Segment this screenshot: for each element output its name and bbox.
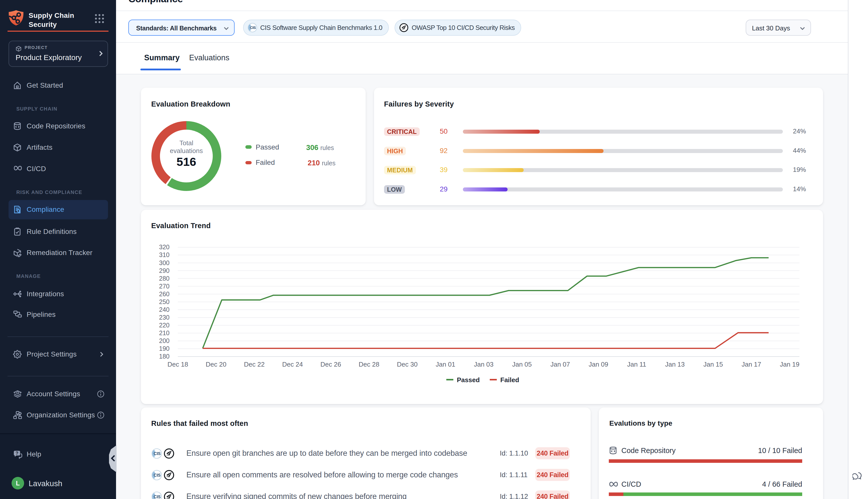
svg-text:Jan 19: Jan 19: [780, 361, 799, 368]
svg-text:300: 300: [159, 259, 170, 266]
svg-text:280: 280: [159, 275, 170, 282]
svg-text:Dec 22: Dec 22: [244, 361, 264, 368]
svg-text:Jan 01: Jan 01: [436, 361, 455, 368]
svg-text:CIS: CIS: [250, 26, 256, 30]
svg-text:190: 190: [159, 345, 170, 352]
svg-text:Dec 30: Dec 30: [397, 361, 418, 368]
svg-text:230: 230: [159, 314, 170, 321]
svg-text:270: 270: [159, 283, 170, 290]
svg-text:Jan 05: Jan 05: [512, 361, 532, 368]
svg-text:200: 200: [159, 337, 170, 344]
svg-text:Jan 11: Jan 11: [627, 361, 646, 368]
svg-text:CIS: CIS: [154, 451, 161, 456]
svg-text:Jan 07: Jan 07: [550, 361, 570, 368]
svg-text:290: 290: [159, 267, 170, 274]
svg-text:Jan 17: Jan 17: [742, 361, 761, 368]
svg-text:Jan 03: Jan 03: [474, 361, 494, 368]
svg-text:310: 310: [159, 251, 170, 258]
svg-text:220: 220: [159, 321, 170, 329]
svg-text:Jan 15: Jan 15: [703, 361, 723, 368]
svg-text:Jan 09: Jan 09: [589, 361, 608, 368]
svg-text:Dec 18: Dec 18: [168, 361, 188, 368]
svg-text:CIS: CIS: [154, 495, 161, 499]
svg-text:260: 260: [159, 291, 170, 297]
svg-text:Failed: Failed: [500, 376, 519, 384]
svg-text:Passed: Passed: [457, 376, 480, 384]
svg-text:320: 320: [159, 243, 170, 251]
svg-text:240: 240: [159, 306, 170, 313]
svg-text:?: ?: [15, 451, 18, 456]
svg-text:Dec 24: Dec 24: [282, 361, 303, 368]
svg-text:250: 250: [159, 298, 170, 305]
svg-text:Dec 20: Dec 20: [206, 361, 226, 368]
svg-text:CIS: CIS: [154, 473, 161, 477]
svg-text:180: 180: [159, 353, 170, 360]
svg-text:Dec 26: Dec 26: [321, 361, 341, 368]
svg-text:Dec 28: Dec 28: [359, 361, 379, 368]
svg-text:Jan 13: Jan 13: [665, 361, 685, 368]
svg-text:210: 210: [159, 329, 170, 337]
